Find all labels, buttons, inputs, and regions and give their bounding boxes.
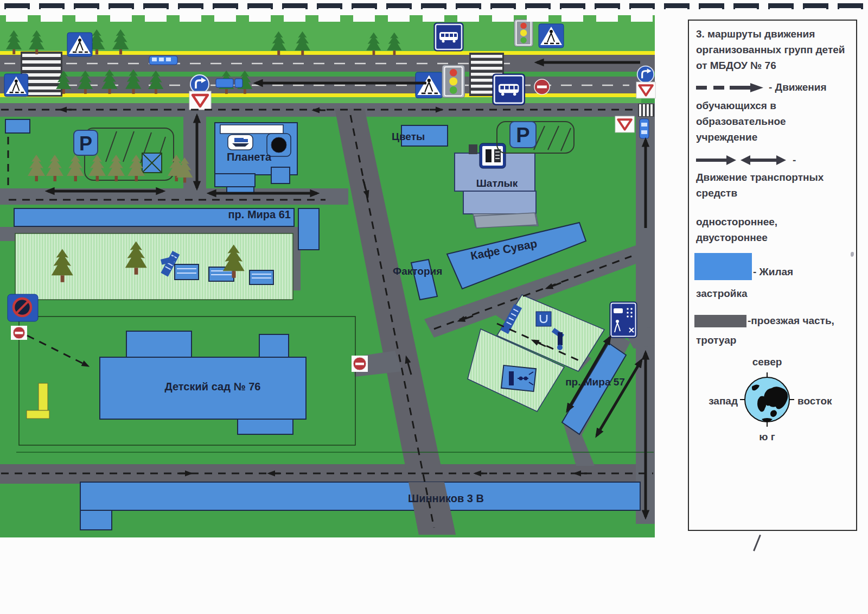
- roadway-swatch: [694, 315, 746, 327]
- zebra-crossing-right-sidewalk: [638, 104, 654, 117]
- sandbox-icon: [536, 312, 551, 326]
- shinnikov-label: Шинников 3 В: [408, 492, 484, 504]
- parking-letter: P: [516, 124, 529, 147]
- residential-label-2: застройка: [696, 288, 748, 300]
- bus-stop-sign: [493, 74, 525, 105]
- pedestrian-crossing-sign: [539, 24, 564, 48]
- faktoriya-label: Фактория: [393, 265, 442, 277]
- children-route-line: обучающихся в: [689, 98, 786, 113]
- car-vehicle-right-road: [640, 119, 649, 138]
- small-blue-block: [5, 119, 30, 133]
- right-turn-sign: [637, 66, 654, 83]
- residential-swatch: [694, 253, 752, 280]
- direction-line: одностороннее,: [689, 214, 777, 230]
- compass-north-label: север: [740, 356, 794, 368]
- children-route-legend-row: - Движения: [689, 81, 827, 93]
- truck-vehicle: [216, 79, 242, 87]
- mira57-label: пр. Мира 57: [565, 376, 625, 388]
- legend-title-line: организованных групп детей: [689, 42, 845, 58]
- mira61-label: пр. Мира 61: [228, 208, 291, 220]
- table-icon: [501, 365, 536, 391]
- ship-icon: [228, 135, 253, 150]
- yield-sign: [189, 91, 211, 110]
- yield-sign: [615, 116, 634, 132]
- children-route-line: учреждение: [689, 129, 786, 145]
- parking-sign: P: [510, 122, 536, 148]
- vehicle-traffic-line: средств: [689, 185, 824, 201]
- traffic-light-icon: [442, 65, 464, 98]
- compass-south-label: ю г: [740, 431, 794, 443]
- right-turn-sign: [190, 75, 209, 93]
- roadway-label-2: тротуар: [696, 334, 736, 346]
- crossed-square: [142, 153, 162, 173]
- bus-vehicle: [149, 56, 177, 65]
- direction-line: двустороннее: [689, 230, 777, 245]
- no-entry-sign: [11, 326, 27, 340]
- children-route-label: - Движения: [769, 81, 827, 93]
- bus-stop-sign: [434, 23, 463, 51]
- yield-sign: [636, 82, 655, 98]
- dashed-route-arrow-icon: [696, 83, 765, 93]
- shatlyk-label: Шатлык: [476, 178, 518, 189]
- legend-title-line: от МБДОУ № 76: [689, 58, 845, 73]
- vehicle-traffic-line: Движение транспортных: [689, 169, 824, 185]
- compass-globe-icon: [740, 372, 794, 427]
- vehicle-traffic-legend-row: -: [689, 154, 796, 166]
- cvety-label: Цветы: [392, 131, 425, 142]
- solid-traffic-arrows-icon: [696, 155, 789, 166]
- roadway-label-1: -проезжая часть,: [748, 315, 834, 327]
- parking-letter: P: [79, 132, 92, 155]
- green-verge: [0, 97, 641, 103]
- residential-label-1: - Жилая: [753, 266, 793, 278]
- pedestrian-crossing-sign: [4, 74, 28, 97]
- compass-east-label: восток: [797, 395, 852, 407]
- legend-title-line: 3. маршруты движения: [689, 26, 845, 42]
- children-route-line: образовательное: [689, 113, 786, 129]
- residential-zone-sign: [610, 302, 637, 338]
- pedestrian-crossing-sign: [416, 72, 443, 98]
- no-entry-sign: [534, 79, 550, 94]
- parking-sign: P: [74, 130, 98, 155]
- lower-carriageway: [0, 77, 655, 93]
- legend-panel: 3. маршруты движения организованных груп…: [688, 20, 857, 531]
- kindergarten-label: Детский сад № 76: [164, 381, 260, 393]
- vehicle-dash: -: [793, 154, 796, 166]
- pedestrian-crossing-sign: [67, 33, 92, 56]
- no-stopping-sign: [8, 294, 38, 321]
- planeta-label: Планета: [227, 151, 272, 163]
- compass-west-label: запад: [691, 395, 738, 407]
- no-entry-sign: [352, 356, 368, 372]
